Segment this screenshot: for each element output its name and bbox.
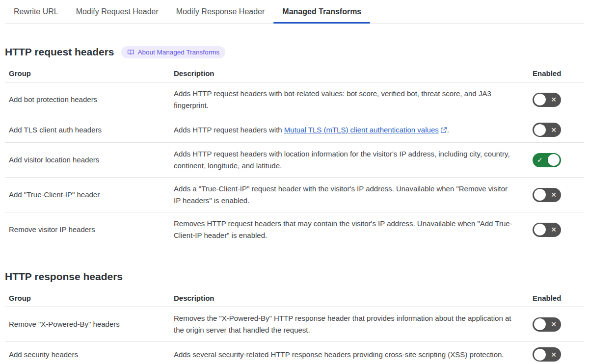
enable-toggle[interactable]: ✕ [533,223,561,237]
request-headers-title: HTTP request headers [5,45,114,59]
row-description: Adds HTTP request headers with location … [174,148,533,172]
tab-label: Managed Transforms [282,7,361,16]
table-row: Remove "X-Powered-By" headers Removes th… [5,307,584,342]
row-description: Removes HTTP request headers that may co… [174,218,533,241]
row-description: Adds HTTP request headers with Mutual TL… [174,124,533,136]
row-description: Adds HTTP request headers with bot-relat… [174,88,533,111]
about-managed-transforms-badge[interactable]: About Managed Transforms [121,46,226,58]
row-group-label: Add visitor location headers [5,154,174,166]
response-headers-title: HTTP response headers [5,270,123,284]
row-enabled-cell: ✕ [533,223,584,237]
description-link[interactable]: Mutual TLS (mTLS) client authentication … [284,126,447,134]
row-group-label: Remove "X-Powered-By" headers [5,318,174,330]
table-row: Add security headers Adds several securi… [5,342,584,364]
column-header-description: Description [174,69,533,78]
request-headers-table: Group Description Enabled Add bot protec… [5,65,584,247]
enable-toggle[interactable]: ✕ [533,188,561,202]
row-enabled-cell: ✕ [533,93,584,107]
row-group-label: Remove visitor IP headers [5,224,174,235]
toggle-knob [534,318,546,330]
row-enabled-cell: ✕ [533,123,584,137]
description-link-text: Mutual TLS (mTLS) client authentication … [284,126,439,134]
toggle-knob [534,94,546,105]
toggle-state-icon: ✕ [551,127,557,133]
request-headers-section-head: HTTP request headers About Managed Trans… [5,45,584,59]
column-header-group: Group [5,69,174,78]
toggle-state-icon: ✕ [551,321,557,328]
enable-toggle[interactable]: ✕ [533,123,561,137]
row-enabled-cell: ✓ [533,153,584,167]
toggle-knob [534,189,546,201]
table-row: Add visitor location headers Adds HTTP r… [5,143,584,178]
enable-toggle[interactable]: ✕ [533,93,561,107]
tab-label: Rewrite URL [14,7,58,16]
badge-label: About Managed Transforms [138,49,220,56]
toggle-knob [534,349,546,361]
toggle-state-icon: ✓ [537,156,543,163]
column-header-description: Description [174,294,533,302]
enable-toggle[interactable]: ✓ [533,153,561,167]
row-enabled-cell: ✕ [533,347,584,362]
table-row: Add bot protection headers Adds HTTP req… [5,82,584,117]
transform-rules-tabbar: Rewrite URL Modify Request Header Modify… [5,0,584,24]
column-header-enabled: Enabled [533,69,584,78]
enable-toggle[interactable]: ✕ [533,347,561,362]
response-headers-section-head: HTTP response headers [5,270,584,284]
table-header-row: Group Description Enabled [5,65,584,82]
toggle-state-icon: ✕ [551,191,557,198]
row-group-label: Add security headers [5,349,174,361]
row-description: Adds a "True-Client-IP" request header w… [174,183,533,207]
table-header-row: Group Description Enabled [5,290,584,307]
response-headers-table: Group Description Enabled Remove "X-Powe… [5,290,584,364]
enable-toggle[interactable]: ✕ [533,317,561,332]
row-description: Adds several security-related HTTP respo… [174,349,533,361]
row-description: Removes the "X-Powered-By" HTTP response… [174,312,533,336]
tab-rewrite-url[interactable]: Rewrite URL [5,0,67,23]
tab-modify-request-header[interactable]: Modify Request Header [67,0,167,23]
row-group-label: Add bot protection headers [5,94,174,105]
tab-modify-response-header[interactable]: Modify Response Header [167,0,274,23]
toggle-knob [534,224,546,235]
tab-managed-transforms[interactable]: Managed Transforms [273,0,370,23]
row-group-label: Add TLS client auth headers [5,124,174,136]
description-text: Adds HTTP request headers with [174,126,284,134]
table-row: Add TLS client auth headers Adds HTTP re… [5,117,584,143]
toggle-knob [548,154,560,166]
toggle-knob [534,124,546,136]
toggle-state-icon: ✕ [551,226,557,233]
row-group-label: Add "True-Client-IP" header [5,189,174,201]
book-icon [127,49,134,56]
description-text: . [447,126,449,134]
tab-label: Modify Response Header [176,7,265,16]
tab-label: Modify Request Header [76,7,159,16]
row-enabled-cell: ✕ [533,317,584,332]
toggle-state-icon: ✕ [551,96,557,103]
column-header-enabled: Enabled [533,294,584,302]
column-header-group: Group [5,294,174,302]
toggle-state-icon: ✕ [551,351,557,358]
table-row: Remove visitor IP headers Removes HTTP r… [5,212,584,247]
row-enabled-cell: ✕ [533,188,584,202]
external-link-icon [440,127,447,133]
table-row: Add "True-Client-IP" header Adds a "True… [5,178,584,212]
